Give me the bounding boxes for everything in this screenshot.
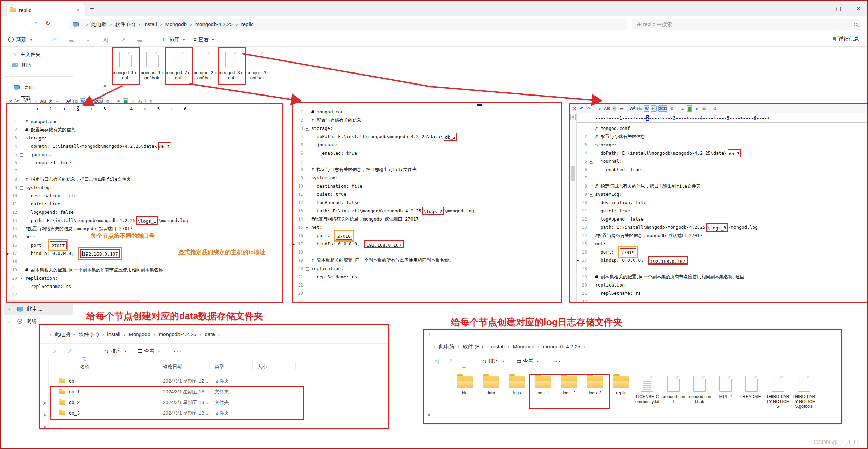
list-icon[interactable]: ≔ [619,106,624,111]
rename-icon[interactable]: A| [51,348,59,354]
code-line[interactable]: 20replication: [7,274,282,282]
explorer-tab[interactable]: replic ✕ [7,3,85,16]
cut-icon[interactable]: ✂ [50,36,58,43]
redo-icon[interactable]: ↷ [586,106,592,111]
view-button[interactable]: ≡ 查看 ▾ [194,36,214,43]
code-line[interactable]: 3storage: [577,141,867,149]
code-line[interactable]: 18 [293,248,561,256]
close-button[interactable]: ✕ [856,5,860,12]
replace-icon[interactable]: AB [604,106,610,111]
settings-icon[interactable]: ⚙ [669,106,674,111]
replace-icon[interactable]: AB [40,99,46,103]
code-line[interactable]: 3storage: [7,134,282,142]
grid-icon[interactable]: ▦ [123,98,128,103]
sort-button[interactable]: ↑↓排序▾ [104,348,126,355]
code-line[interactable]: 8# 指定与日志有关的信息，把日志输出到file文件夹 [7,175,282,183]
search-icon[interactable]: ⌕ [597,106,602,111]
breadcrumb-item[interactable]: mongodb-4.2.25 [159,331,196,337]
code-line[interactable]: 21 replSetName: rs [7,282,282,291]
code-line[interactable]: 7 [577,174,867,182]
code-line[interactable]: 18 [577,265,867,273]
code-line[interactable]: 10 destination: file [7,192,282,200]
sidebar-item-network[interactable]: › 网络 [8,318,37,325]
doc-list-icon[interactable]: ≡ [680,106,685,111]
fold-collapse-icon[interactable] [19,183,25,192]
breadcrumb-item[interactable]: mongodb-4.2.25 [543,344,580,349]
column-header-type[interactable]: 类型 [215,364,224,370]
fold-collapse-icon[interactable] [304,174,311,182]
compare-icon[interactable]: += [87,98,93,103]
folder-item[interactable]: logs [505,376,529,395]
file-item[interactable]: README [739,376,764,399]
sidebar-item-home[interactable]: ⌂ 主文件夹 [12,51,41,58]
code-line[interactable]: 9systemLog: [7,183,282,192]
editor-mongod1[interactable]: ----+----1----+----2----+----3----+----4… [6,103,283,303]
code-line[interactable]: 2# 配置与存储有关的信息 [293,116,561,124]
breadcrumb-item[interactable]: 软件 (E:) [115,21,135,27]
code-line[interactable]: 8# 指定与日志有关的信息，把日志输出到file文件夹 [577,182,867,190]
code-line[interactable]: 20replication: [293,265,561,273]
sort-button[interactable]: ↑↓ 排序 ▾ [162,36,185,43]
code-line[interactable]: 16 port: 27019 [577,248,867,256]
settings-icon[interactable]: ⚙ [105,99,111,103]
view-button[interactable]: ☰查看▾ [138,348,160,355]
scrollbar-thumb[interactable] [571,166,575,181]
wrap-icon[interactable]: W [644,105,649,112]
file-icon-item[interactable]: mongod_3.conf.bak [245,52,271,80]
code-line[interactable]: 11 quiet: true [293,190,561,199]
grid-icon[interactable]: ▦ [687,105,692,112]
code-line[interactable]: 23 [293,289,561,298]
code-line[interactable]: 5 journal: [293,141,561,149]
code-line[interactable]: 12 logAppend: false [293,199,561,207]
fold-collapse-icon[interactable] [588,141,595,149]
fold-collapse-icon[interactable] [19,233,25,241]
details-pane-button[interactable]: 详细信息 [830,36,859,42]
breadcrumb-item[interactable]: 此电脑 [91,21,107,27]
editor-toolbar[interactable]: ✕↶↷⌕AB⎘≔AᵈHxW+=2CD⚙≡▦⌕⎙↯ [570,104,867,113]
breadcrumb-item[interactable]: install [143,21,157,27]
breadcrumb-item[interactable]: 软件 (E:) [463,344,483,349]
more-options-button[interactable]: ··· [553,358,561,365]
code-line[interactable]: 7 [7,167,282,175]
maximize-button[interactable]: ▢ [836,5,841,12]
sort-button[interactable]: ↑↓排序▾ [482,358,504,364]
fold-collapse-icon[interactable] [19,150,25,159]
code-line[interactable]: 19# 副本集相关的配置,同一个副本集的所有节点应使用相同副本集名称,这里 [577,273,867,281]
code-line[interactable]: 13 path: E:\install\mongodb\mongodb-4.2.… [577,223,867,232]
refresh-button[interactable]: ↻ [46,20,50,27]
code-line[interactable]: 14#配置与网络有关的信息，mongodb 默认端口 27017 [293,215,561,223]
doc-export-icon[interactable]: ⎙ [701,106,707,111]
rename-icon[interactable]: A| [432,358,441,364]
breadcrumb-item[interactable]: Mongodb [513,344,534,349]
encoding-icon[interactable]: 2CD [94,98,103,103]
sidebar-item-gallery[interactable]: 图库 [12,62,32,68]
column-header-name[interactable]: 名称 [80,364,90,370]
code-line[interactable]: 22 [293,281,561,289]
font-icon[interactable]: Aᵈ [66,99,71,103]
breadcrumb-item[interactable]: mongodb-4.2.25 [195,21,233,27]
breadcrumb-item[interactable]: 软件 (E:) [79,331,99,337]
fold-collapse-icon[interactable] [304,141,311,149]
code-line[interactable]: 6 enabled: true [293,149,561,157]
more-options-button[interactable]: ··· [174,348,182,355]
hex-icon[interactable]: Hx [637,106,642,111]
file-item[interactable]: MPL-2 [713,376,738,399]
folder-item[interactable]: replic [609,376,634,395]
fold-collapse-icon[interactable] [588,281,595,289]
editor-mongod2[interactable]: 1# mongod.conf2# 配置与存储有关的信息3storage:4 db… [292,102,562,303]
file-icon-item[interactable]: mongod_1.conf [113,52,139,80]
code-line[interactable]: 12 logAppend: false [577,215,867,223]
fold-collapse-icon[interactable] [304,223,311,232]
code-line[interactable]: 13 path: E:\install\mongodb\mongodb-4.2.… [293,207,561,215]
fold-collapse-icon[interactable] [588,190,595,199]
wrap-icon[interactable]: W [80,98,85,103]
hex-icon[interactable]: Hx [73,99,78,103]
code-line[interactable]: 4 dbPath: E:\install\mongodb\mongodb-4.2… [293,133,561,141]
breadcrumb-item[interactable]: replic [241,21,254,27]
clipboard-icon[interactable]: ⎘ [48,99,53,103]
doc-search-icon[interactable]: ⌕ [130,99,136,103]
code-line[interactable]: 3storage: [293,124,561,133]
breadcrumb-item[interactable]: Mongodb [129,331,150,337]
folder-item[interactable]: data [478,376,503,395]
code-line[interactable]: 4 dbPath: E:\install\mongodb\mongodb-4.2… [577,149,867,157]
